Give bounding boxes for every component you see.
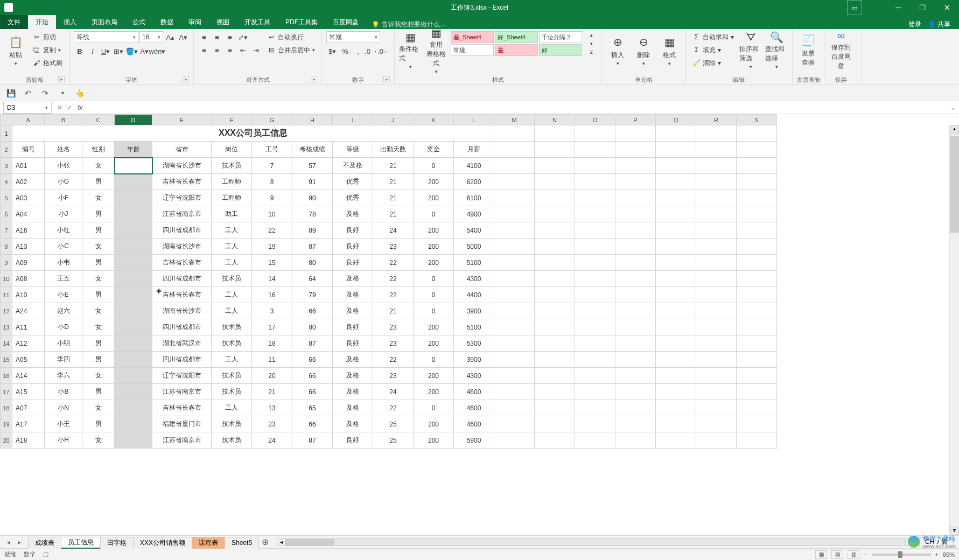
cell[interactable]: 25 xyxy=(373,416,414,432)
cell[interactable]: 四川省成都市 xyxy=(152,271,212,287)
cell[interactable]: 工人 xyxy=(212,255,252,271)
cell[interactable] xyxy=(696,287,737,303)
cell[interactable]: 66 xyxy=(292,384,333,400)
ribbon-tab-3[interactable]: 页面布局 xyxy=(84,15,125,29)
cell[interactable] xyxy=(115,222,152,239)
cell[interactable] xyxy=(115,352,152,368)
cell[interactable] xyxy=(737,271,777,287)
cell[interactable] xyxy=(575,335,615,352)
cell[interactable] xyxy=(737,368,777,384)
zoom-slider[interactable] xyxy=(872,554,931,556)
row-header[interactable]: 20 xyxy=(1,432,12,449)
cell[interactable]: 6200 xyxy=(454,174,494,190)
cell[interactable]: 湖南省长沙市 xyxy=(152,239,212,255)
cell[interactable] xyxy=(696,222,737,239)
cell[interactable]: 0 xyxy=(414,400,454,416)
cell[interactable] xyxy=(615,255,656,271)
wrap-text-button[interactable]: ↩自动换行 xyxy=(265,31,317,43)
cell[interactable]: 200 xyxy=(414,239,454,255)
cell[interactable] xyxy=(696,432,737,449)
cell[interactable]: 21 xyxy=(252,384,292,400)
cell[interactable]: 21 xyxy=(373,174,414,190)
phonetic-button[interactable]: wén▾ xyxy=(151,45,163,57)
cell[interactable] xyxy=(115,335,152,352)
cell[interactable]: 江苏省南京市 xyxy=(152,206,212,222)
cell[interactable]: 湖南省长沙市 xyxy=(152,303,212,319)
column-header[interactable]: A xyxy=(12,115,45,125)
cell[interactable] xyxy=(575,384,615,400)
column-header[interactable]: F xyxy=(212,115,252,125)
row-header[interactable]: 4 xyxy=(1,174,12,190)
cell[interactable] xyxy=(696,384,737,400)
row-header[interactable]: 10 xyxy=(1,271,12,287)
cell[interactable] xyxy=(494,368,535,384)
column-header[interactable]: S xyxy=(737,115,777,125)
share-button[interactable]: 👤 共享 xyxy=(928,20,950,29)
cell[interactable]: 5400 xyxy=(454,222,494,239)
cell[interactable] xyxy=(615,174,656,190)
new-sheet-button[interactable]: ⊕ xyxy=(258,537,271,547)
cell[interactable]: 小张 xyxy=(45,158,82,174)
row-header[interactable]: 9 xyxy=(1,255,12,271)
cell[interactable]: 23 xyxy=(373,368,414,384)
cell[interactable]: 技术员 xyxy=(212,368,252,384)
header-cell[interactable]: 考核成绩 xyxy=(292,142,333,158)
normal-view-button[interactable]: ▦ xyxy=(815,550,827,559)
cell[interactable]: 78 xyxy=(292,206,333,222)
cell[interactable] xyxy=(115,255,152,271)
row-header[interactable]: 3 xyxy=(1,158,12,174)
cell[interactable]: 13 xyxy=(252,400,292,416)
cell[interactable] xyxy=(615,190,656,206)
save-to-baidu-button[interactable]: ∞保存到 百度网盘 xyxy=(830,31,852,69)
cell[interactable]: 21 xyxy=(373,206,414,222)
cell[interactable]: 工人 xyxy=(212,287,252,303)
increase-indent-button[interactable]: ⇥ xyxy=(250,44,262,56)
cell[interactable]: 良好 xyxy=(333,239,373,255)
cell[interactable] xyxy=(696,125,737,142)
increase-decimal-button[interactable]: .0→ xyxy=(365,45,377,57)
cell[interactable]: 0 xyxy=(414,352,454,368)
cell[interactable]: 赵六 xyxy=(45,303,82,319)
cell[interactable] xyxy=(494,303,535,319)
cell[interactable]: A09 xyxy=(12,255,45,271)
cell[interactable]: 87 xyxy=(292,239,333,255)
alignment-launcher[interactable]: ▸ xyxy=(311,76,317,82)
cell[interactable]: 200 xyxy=(414,432,454,449)
cell[interactable]: 14 xyxy=(252,271,292,287)
cell[interactable]: 57 xyxy=(292,158,333,174)
ribbon-tab-9[interactable]: PDF工具集 xyxy=(278,15,325,29)
cell[interactable]: 男 xyxy=(82,206,115,222)
cell[interactable]: 不及格 xyxy=(333,158,373,174)
column-header[interactable]: N xyxy=(535,115,575,125)
cell[interactable] xyxy=(535,303,575,319)
cell[interactable]: 女 xyxy=(82,303,115,319)
cell[interactable]: 及格 xyxy=(333,271,373,287)
insert-cells-button[interactable]: ⊕插入▾ xyxy=(606,31,629,69)
cell[interactable] xyxy=(115,432,152,449)
cell[interactable] xyxy=(656,142,696,158)
cell[interactable]: 吉林省长春市 xyxy=(152,287,212,303)
cell[interactable] xyxy=(696,400,737,416)
cell[interactable] xyxy=(575,271,615,287)
cell[interactable] xyxy=(115,303,152,319)
cell[interactable] xyxy=(737,303,777,319)
cell[interactable] xyxy=(656,255,696,271)
cell[interactable] xyxy=(656,400,696,416)
cell[interactable] xyxy=(115,190,152,206)
cell[interactable] xyxy=(575,352,615,368)
cell[interactable]: 小E xyxy=(45,287,82,303)
cell[interactable] xyxy=(535,142,575,158)
column-header[interactable]: G xyxy=(252,115,292,125)
sheet-tab[interactable]: 课程表 xyxy=(192,537,225,549)
conditional-formatting-button[interactable]: ▦条件格式▾ xyxy=(399,31,422,69)
cell[interactable]: 87 xyxy=(292,432,333,449)
cell[interactable] xyxy=(737,125,777,142)
style-good-sheet4[interactable]: 好_Sheet4 xyxy=(495,31,538,43)
cell[interactable]: 优秀 xyxy=(333,190,373,206)
cell[interactable]: A18 xyxy=(12,432,45,449)
horizontal-scrollbar[interactable]: ◂▸ xyxy=(277,538,914,546)
cell[interactable]: 工人 xyxy=(212,352,252,368)
cell[interactable] xyxy=(615,335,656,352)
cell[interactable] xyxy=(696,319,737,335)
number-launcher[interactable]: ▸ xyxy=(383,76,390,82)
